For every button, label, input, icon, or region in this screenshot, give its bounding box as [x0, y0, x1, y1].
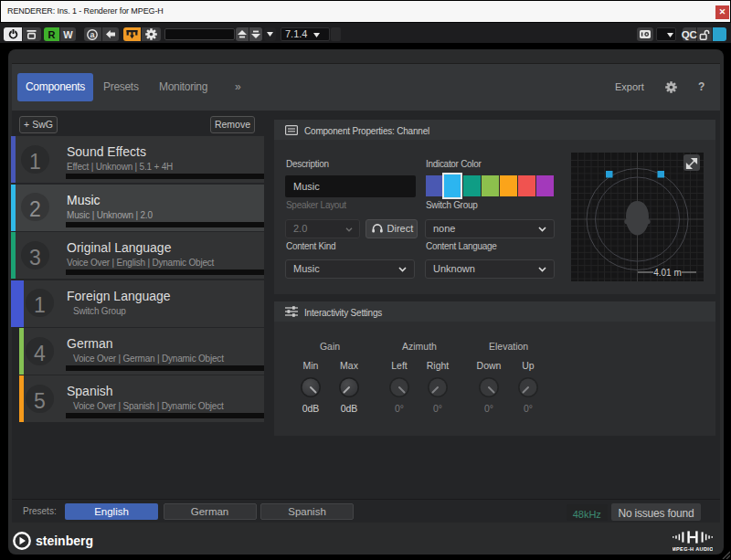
svg-text:a: a [90, 30, 95, 39]
svg-text:4.01 m: 4.01 m [653, 268, 682, 278]
svg-text:MPEG-H AUDIO: MPEG-H AUDIO [673, 546, 713, 552]
